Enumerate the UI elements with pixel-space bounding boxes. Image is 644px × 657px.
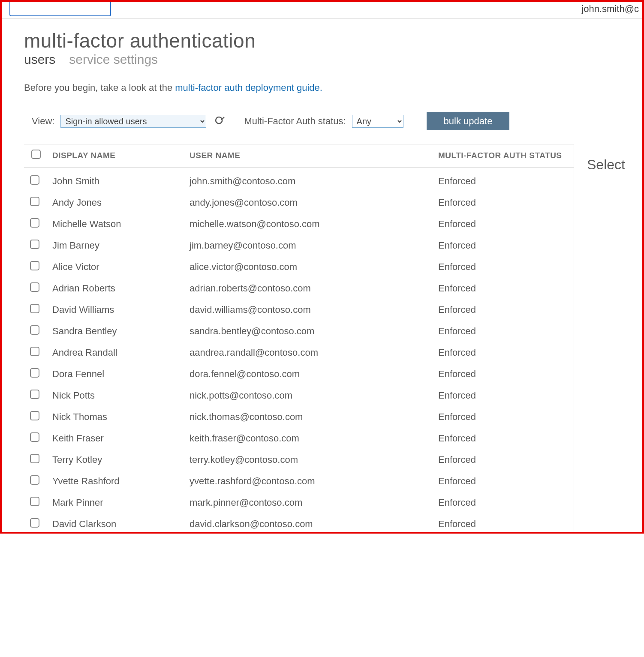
page-title: multi-factor authentication (24, 29, 642, 52)
column-header-display-name[interactable]: DISPLAY NAME (48, 144, 185, 168)
row-checkbox[interactable] (30, 411, 39, 420)
row-checkbox[interactable] (30, 197, 39, 206)
row-checkbox-cell[interactable] (24, 275, 48, 296)
mfa-status-select[interactable]: Any (352, 115, 403, 128)
cell-mfa-status: Enforced (434, 275, 574, 296)
cell-user-name: sandra.bentley@contoso.com (185, 318, 434, 339)
table-row[interactable]: Nick Thomasnick.thomas@contoso.comEnforc… (24, 403, 574, 425)
column-header-user-name[interactable]: USER NAME (185, 144, 434, 168)
row-checkbox-cell[interactable] (24, 168, 48, 189)
row-checkbox-cell[interactable] (24, 210, 48, 232)
row-checkbox-cell[interactable] (24, 403, 48, 425)
table-row[interactable]: David Clarksondavid.clarkson@contoso.com… (24, 510, 574, 532)
table-row[interactable]: Jim Barneyjim.barney@contoso.comEnforced (24, 232, 574, 253)
table-row[interactable]: Dora Fenneldora.fennel@contoso.comEnforc… (24, 360, 574, 382)
tab-users[interactable]: users (24, 52, 55, 67)
cell-mfa-status: Enforced (434, 318, 574, 339)
row-checkbox[interactable] (30, 175, 39, 185)
table-row[interactable]: Adrian Robertsadrian.roberts@contoso.com… (24, 275, 574, 296)
row-checkbox[interactable] (30, 454, 39, 463)
users-table: DISPLAY NAME USER NAME MULTI-FACTOR AUTH… (24, 144, 574, 532)
cell-display-name: David Williams (48, 296, 185, 318)
tabs: users service settings (24, 52, 642, 67)
table-row[interactable]: Andy Jonesandy.jones@contoso.comEnforced (24, 189, 574, 210)
table-row[interactable]: Sandra Bentleysandra.bentley@contoso.com… (24, 318, 574, 339)
row-checkbox[interactable] (30, 497, 39, 506)
row-checkbox-cell[interactable] (24, 339, 48, 360)
row-checkbox-cell[interactable] (24, 425, 48, 446)
row-checkbox[interactable] (30, 347, 39, 356)
side-panel: Select (574, 144, 642, 532)
row-checkbox[interactable] (30, 304, 39, 313)
column-header-mfa-status[interactable]: MULTI-FACTOR AUTH STATUS (434, 144, 574, 168)
row-checkbox-cell[interactable] (24, 318, 48, 339)
row-checkbox[interactable] (30, 518, 39, 528)
cell-user-name: keith.fraser@contoso.com (185, 425, 434, 446)
table-row[interactable]: David Williamsdavid.williams@contoso.com… (24, 296, 574, 318)
row-checkbox[interactable] (30, 475, 39, 485)
row-checkbox[interactable] (30, 218, 39, 228)
cell-mfa-status: Enforced (434, 510, 574, 532)
cell-mfa-status: Enforced (434, 296, 574, 318)
cell-display-name: John Smith (48, 168, 185, 189)
cell-display-name: Sandra Bentley (48, 318, 185, 339)
table-row[interactable]: Terry Kotleyterry.kotley@contoso.comEnfo… (24, 446, 574, 468)
table-row[interactable]: Andrea Randallaandrea.randall@contoso.co… (24, 339, 574, 360)
status-label: Multi-Factor Auth status: (244, 116, 346, 127)
row-checkbox-cell[interactable] (24, 446, 48, 468)
intro-deployment-guide-link[interactable]: multi-factor auth deployment guide. (175, 82, 322, 93)
cell-display-name: Keith Fraser (48, 425, 185, 446)
tab-service-settings[interactable]: service settings (69, 52, 158, 67)
view-label: View: (32, 116, 54, 127)
cell-display-name: Dora Fennel (48, 360, 185, 382)
cell-mfa-status: Enforced (434, 339, 574, 360)
cell-user-name: michelle.watson@contoso.com (185, 210, 434, 232)
row-checkbox[interactable] (30, 368, 39, 378)
cell-display-name: Andy Jones (48, 189, 185, 210)
search-icon[interactable] (214, 115, 226, 127)
table-row[interactable]: Alice Victoralice.victor@contoso.comEnfo… (24, 253, 574, 275)
top-left-highlight-box (9, 2, 111, 16)
select-all-checkbox[interactable] (31, 150, 41, 159)
cell-user-name: dora.fennel@contoso.com (185, 360, 434, 382)
row-checkbox-cell[interactable] (24, 468, 48, 489)
bulk-update-button[interactable]: bulk update (427, 112, 510, 130)
current-user-email[interactable]: john.smith@c (581, 2, 639, 15)
table-row[interactable]: Michelle Watsonmichelle.watson@contoso.c… (24, 210, 574, 232)
table-row[interactable]: Yvette Rashfordyvette.rashford@contoso.c… (24, 468, 574, 489)
row-checkbox[interactable] (30, 261, 39, 270)
cell-display-name: Jim Barney (48, 232, 185, 253)
intro-text: Before you begin, take a look at the mul… (24, 82, 642, 93)
table-row[interactable]: John Smithjohn.smith@contoso.comEnforced (24, 168, 574, 189)
row-checkbox-cell[interactable] (24, 510, 48, 532)
row-checkbox[interactable] (30, 325, 39, 335)
view-select[interactable]: Sign-in allowed users (60, 115, 206, 128)
row-checkbox-cell[interactable] (24, 382, 48, 403)
svg-point-0 (216, 117, 222, 123)
table-row[interactable]: Keith Fraserkeith.fraser@contoso.comEnfo… (24, 425, 574, 446)
row-checkbox-cell[interactable] (24, 253, 48, 275)
row-checkbox[interactable] (30, 282, 39, 292)
column-header-select-all[interactable] (24, 144, 48, 168)
row-checkbox-cell[interactable] (24, 232, 48, 253)
row-checkbox[interactable] (30, 390, 39, 399)
row-checkbox-cell[interactable] (24, 189, 48, 210)
row-checkbox-cell[interactable] (24, 296, 48, 318)
cell-user-name: nick.thomas@contoso.com (185, 403, 434, 425)
row-checkbox[interactable] (30, 240, 39, 249)
cell-display-name: David Clarkson (48, 510, 185, 532)
cell-mfa-status: Enforced (434, 489, 574, 510)
cell-display-name: Nick Thomas (48, 403, 185, 425)
row-checkbox[interactable] (30, 432, 39, 442)
cell-mfa-status: Enforced (434, 446, 574, 468)
cell-display-name: Alice Victor (48, 253, 185, 275)
cell-mfa-status: Enforced (434, 210, 574, 232)
cell-user-name: jim.barney@contoso.com (185, 232, 434, 253)
table-row[interactable]: Mark Pinnermark.pinner@contoso.comEnforc… (24, 489, 574, 510)
row-checkbox-cell[interactable] (24, 360, 48, 382)
cell-mfa-status: Enforced (434, 360, 574, 382)
cell-user-name: nick.potts@contoso.com (185, 382, 434, 403)
row-checkbox-cell[interactable] (24, 489, 48, 510)
table-row[interactable]: Nick Pottsnick.potts@contoso.comEnforced (24, 382, 574, 403)
cell-user-name: aandrea.randall@contoso.com (185, 339, 434, 360)
